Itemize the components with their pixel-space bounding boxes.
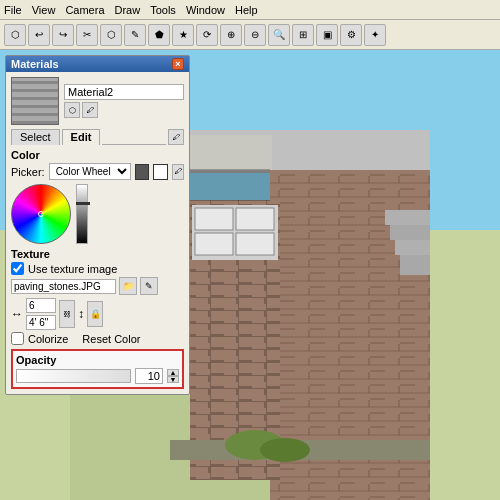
width-input[interactable] bbox=[26, 298, 56, 313]
svg-rect-20 bbox=[390, 225, 430, 240]
toolbar-icon-16[interactable]: ✦ bbox=[364, 24, 386, 46]
svg-rect-22 bbox=[400, 255, 430, 275]
material-name-area: ⬡ 🖊 bbox=[64, 84, 184, 118]
lock-icon[interactable]: 🔒 bbox=[87, 301, 103, 327]
opacity-value-input[interactable] bbox=[135, 368, 163, 384]
toolbar: ⬡ ↩ ↪ ✂ ⬡ ✎ ⬟ ★ ⟳ ⊕ ⊖ 🔍 ⊞ ▣ ⚙ ✦ bbox=[0, 20, 500, 50]
use-texture-row: Use texture image bbox=[11, 262, 184, 275]
opacity-spin-down[interactable]: ▼ bbox=[167, 376, 179, 383]
color-swatch-light bbox=[153, 164, 168, 180]
size-inputs-col bbox=[26, 298, 56, 330]
opacity-section: Opacity ▲ ▼ bbox=[11, 349, 184, 389]
svg-rect-21 bbox=[395, 240, 430, 255]
tabs-row: Select Edit 🖊 bbox=[11, 129, 184, 145]
material-icons-row: ⬡ 🖊 bbox=[64, 102, 184, 118]
svg-rect-14 bbox=[195, 208, 233, 230]
opacity-slider[interactable] bbox=[16, 369, 131, 383]
size-row: ↔ ⛓ ↕ 🔒 bbox=[11, 298, 184, 330]
toolbar-icon-8[interactable]: ★ bbox=[172, 24, 194, 46]
toolbar-icon-1[interactable]: ⬡ bbox=[4, 24, 26, 46]
size-link-icon[interactable]: ⛓ bbox=[59, 300, 75, 328]
opacity-spin-up[interactable]: ▲ bbox=[167, 369, 179, 376]
toolbar-icon-10[interactable]: ⊕ bbox=[220, 24, 242, 46]
color-wheel-container bbox=[11, 184, 184, 244]
material-icon-1[interactable]: ⬡ bbox=[64, 102, 80, 118]
material-preview-swatch bbox=[11, 77, 59, 125]
toolbar-icon-5[interactable]: ⬡ bbox=[100, 24, 122, 46]
svg-rect-17 bbox=[236, 233, 274, 255]
menu-view[interactable]: View bbox=[32, 4, 56, 16]
panel-close-button[interactable]: × bbox=[172, 58, 184, 70]
toolbar-icon-9[interactable]: ⟳ bbox=[196, 24, 218, 46]
toolbar-icon-6[interactable]: ✎ bbox=[124, 24, 146, 46]
texture-section-label: Texture bbox=[11, 248, 184, 260]
color-swatch-dark bbox=[135, 164, 150, 180]
toolbar-icon-11[interactable]: ⊖ bbox=[244, 24, 266, 46]
svg-rect-19 bbox=[385, 210, 430, 225]
svg-rect-23 bbox=[190, 169, 270, 201]
colorize-label: Colorize bbox=[28, 333, 68, 345]
value-slider[interactable] bbox=[76, 184, 88, 244]
use-texture-label: Use texture image bbox=[28, 263, 117, 275]
material-icon-2[interactable]: 🖊 bbox=[82, 102, 98, 118]
toolbar-icon-13[interactable]: ⊞ bbox=[292, 24, 314, 46]
main-area: Materials × ⬡ 🖊 Select Edit � bbox=[0, 50, 500, 500]
tab-dropper-icon[interactable]: 🖊 bbox=[168, 129, 184, 145]
picker-select[interactable]: Color Wheel HLS HSB RGB bbox=[49, 163, 131, 180]
picker-row: Picker: Color Wheel HLS HSB RGB 🖊 bbox=[11, 163, 184, 180]
colorize-checkbox[interactable] bbox=[11, 332, 24, 345]
opacity-label: Opacity bbox=[16, 354, 179, 366]
panel-title: Materials bbox=[11, 58, 59, 70]
tab-select[interactable]: Select bbox=[11, 129, 60, 145]
toolbar-icon-12[interactable]: 🔍 bbox=[268, 24, 290, 46]
value-slider-handle bbox=[76, 202, 90, 205]
menu-camera[interactable]: Camera bbox=[65, 4, 104, 16]
browse-folder-icon[interactable]: 📁 bbox=[119, 277, 137, 295]
resize-arrows-icon: ↔ bbox=[11, 307, 23, 321]
resize-vert-arrows-icon: ↕ bbox=[78, 307, 84, 321]
opacity-spinner: ▲ ▼ bbox=[167, 369, 179, 383]
menu-draw[interactable]: Draw bbox=[115, 4, 141, 16]
file-input-row: 📁 ✎ bbox=[11, 277, 184, 295]
menu-tools[interactable]: Tools bbox=[150, 4, 176, 16]
height-input[interactable] bbox=[26, 315, 56, 330]
menu-file[interactable]: File bbox=[4, 4, 22, 16]
menu-window[interactable]: Window bbox=[186, 4, 225, 16]
edit-texture-icon[interactable]: ✎ bbox=[140, 277, 158, 295]
picker-label: Picker: bbox=[11, 166, 45, 178]
tab-edit[interactable]: Edit bbox=[62, 129, 101, 145]
use-texture-checkbox[interactable] bbox=[11, 262, 24, 275]
panel-body: ⬡ 🖊 Select Edit 🖊 Color Picker: Color Wh… bbox=[6, 72, 189, 394]
colorize-row: Colorize Reset Color bbox=[11, 332, 184, 345]
toolbar-icon-3[interactable]: ↪ bbox=[52, 24, 74, 46]
toolbar-icon-15[interactable]: ⚙ bbox=[340, 24, 362, 46]
reset-color-label: Reset Color bbox=[82, 333, 140, 345]
material-name-input[interactable] bbox=[64, 84, 184, 100]
svg-rect-16 bbox=[195, 233, 233, 255]
panel-titlebar: Materials × bbox=[6, 56, 189, 72]
toolbar-icon-2[interactable]: ↩ bbox=[28, 24, 50, 46]
menu-bar: File View Camera Draw Tools Window Help bbox=[0, 0, 500, 20]
menu-help[interactable]: Help bbox=[235, 4, 258, 16]
color-wheel[interactable] bbox=[11, 184, 71, 244]
svg-point-26 bbox=[260, 438, 310, 462]
color-wheel-cursor bbox=[38, 211, 44, 217]
texture-file-input[interactable] bbox=[11, 279, 116, 294]
toolbar-icon-4[interactable]: ✂ bbox=[76, 24, 98, 46]
toolbar-icon-7[interactable]: ⬟ bbox=[148, 24, 170, 46]
color-section-label: Color bbox=[11, 149, 184, 161]
opacity-row: ▲ ▼ bbox=[16, 368, 179, 384]
toolbar-icon-14[interactable]: ▣ bbox=[316, 24, 338, 46]
svg-rect-15 bbox=[236, 208, 274, 230]
eyedropper-icon[interactable]: 🖊 bbox=[172, 164, 184, 180]
materials-panel: Materials × ⬡ 🖊 Select Edit � bbox=[5, 55, 190, 395]
texture-section: Texture Use texture image 📁 ✎ ↔ ⛓ bbox=[11, 248, 184, 345]
material-preview-row: ⬡ 🖊 bbox=[11, 77, 184, 125]
